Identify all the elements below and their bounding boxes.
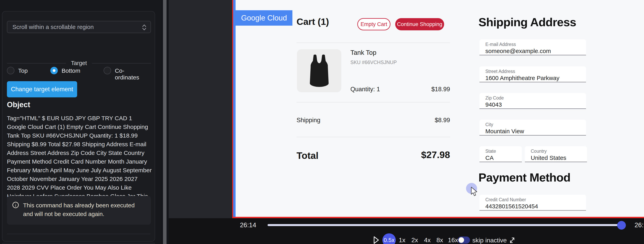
state-label: State [485,149,496,154]
credit-card-field[interactable]: Credit Card Number 4432801561520454 [480,195,586,211]
shipping-address-heading: Shipping Address [478,15,576,29]
divider [296,42,450,43]
speed-1x-button[interactable]: 1x [399,237,406,244]
divider [296,102,450,102]
zip-value: 94043 [485,101,502,108]
end-time: 26:15 [634,221,644,229]
credit-card-label: Credit Card Number [485,197,526,202]
divider [92,63,151,63]
product-sku: SKU #66VCHSJNUP [350,59,397,65]
radio-coordinates-label[interactable]: Co-ordinates [115,67,139,81]
product-name: Tank Top [350,49,376,56]
speed-8x-button[interactable]: 8x [436,237,443,244]
radio-coordinates[interactable] [104,67,111,74]
object-heading: Object [7,100,30,109]
divider [7,234,150,234]
country-value: United States [531,155,566,161]
total-label: Total [296,150,318,161]
google-cloud-badge: Google Cloud [236,10,292,26]
info-icon: i [12,202,19,208]
replay-frame-red-border-bottom [232,217,644,218]
tank-top-image [307,54,331,88]
current-time: 26:14 [240,221,256,229]
cart-title: Cart (1) [296,16,329,27]
already-executed-notice: i This command has already been executed… [7,196,151,225]
notice-text: This command has already been executed a… [23,201,146,220]
next-panel-edge [2,243,155,244]
speed-4x-button[interactable]: 4x [424,237,431,244]
play-icon[interactable] [373,236,380,244]
skip-inactive-label[interactable]: skip inactive [472,237,507,244]
toggle-knob [458,237,464,243]
divider [296,137,450,137]
product-price: $18.99 [431,86,450,93]
city-field[interactable]: City Mountain View [480,120,586,136]
sidebar: Scroll within a scrollable region Top Bo… [0,0,162,244]
replayed-webpage-viewport: Google Cloud Cart (1) Empty Cart Continu… [236,0,644,217]
chevron-updown-icon [142,24,146,31]
street-value: 1600 Amphitheatre Parkway [485,75,559,81]
street-field[interactable]: Street Address 1600 Amphitheatre Parkway [480,66,586,82]
zip-field[interactable]: Zip Code 94043 [480,93,586,109]
email-label: E-mail Address [485,42,516,47]
zip-label: Zip Code [485,95,504,101]
speed-2x-button[interactable]: 2x [412,237,418,244]
radio-top[interactable] [7,67,14,74]
command-type-value: Scroll within a scrollable region [12,24,94,30]
skip-inactive-toggle[interactable] [458,237,470,244]
replay-frame-blue-highlight [233,0,236,217]
city-label: City [485,122,493,127]
state-value: CA [485,155,494,161]
command-panel: Scroll within a scrollable region Top Bo… [2,11,155,242]
seek-thumb[interactable] [617,221,626,230]
radio-bottom[interactable] [50,67,58,74]
email-field[interactable]: E-mail Address someone@example.com [480,39,586,55]
product-quantity: Quantity: 1 [350,86,380,93]
email-value: someone@example.com [485,48,551,54]
credit-card-value: 4432801561520454 [485,203,538,210]
product-image [297,49,341,92]
radio-top-label[interactable]: Top [18,67,28,74]
object-description-text: Tag="HTML" $ EUR USD JPY GBP TRY CAD 1 G… [7,114,152,209]
city-value: Mountain View [485,128,524,135]
shipping-amount: $8.99 [435,117,450,124]
total-amount: $27.98 [421,149,450,160]
payment-method-heading: Payment Method [478,171,570,184]
radio-bottom-label[interactable]: Bottom [62,67,80,74]
target-section-label: Target [71,60,87,66]
divider [7,63,66,63]
change-target-element-button[interactable]: Change target element [7,81,77,97]
state-field[interactable]: State CA [480,146,522,162]
sidebar-scrollbar[interactable] [163,0,166,244]
empty-cart-button[interactable]: Empty Cart [357,18,390,30]
seek-bar[interactable] [268,224,622,226]
country-field[interactable]: Country United States [525,146,587,162]
country-label: Country [531,149,547,154]
shipping-label: Shipping [296,117,320,124]
expand-fullscreen-icon[interactable] [508,236,516,244]
speed-16x-button[interactable]: 16x [448,237,458,244]
continue-shopping-button[interactable]: Continue Shopping [395,18,444,30]
command-type-select[interactable]: Scroll within a scrollable region [7,21,151,33]
mouse-cursor-icon [470,187,478,197]
target-section-header: Target [7,60,151,66]
street-label: Street Address [485,69,515,74]
